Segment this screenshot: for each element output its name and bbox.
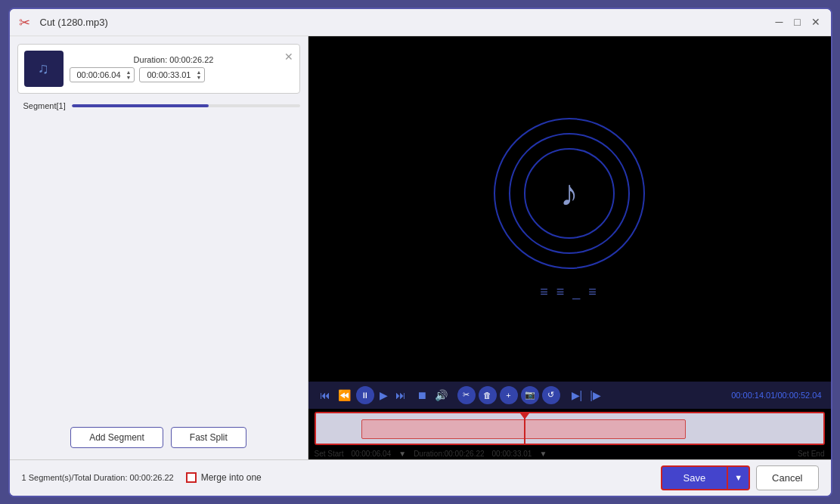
segment-close-button[interactable]: ✕ [284, 51, 293, 63]
segment-times: ▲ ▼ ▲ ▼ [70, 67, 278, 82]
start-time-spinners: ▲ ▼ [126, 70, 132, 80]
minimize-button[interactable]: ─ [773, 16, 786, 28]
music-bars: ≡ ≡ _ ≡ [540, 284, 599, 300]
merge-label: Merge into one [201, 472, 262, 483]
titlebar-buttons: ─ □ ✕ [773, 16, 822, 28]
segment-info: Duration: 00:00:26.22 ▲ ▼ [70, 55, 278, 82]
play-forward-button[interactable]: ▶ [377, 388, 390, 403]
save-dropdown-button[interactable]: ▼ [728, 465, 750, 490]
rotate-button[interactable]: ↺ [542, 386, 560, 404]
time-display: 00:00:14.01/00:00:52.04 [731, 391, 821, 400]
end-time-down[interactable]: ▼ [196, 75, 201, 80]
segment-thumbnail: ♫ [24, 51, 64, 87]
timeline-track [316, 413, 823, 444]
end-dropdown[interactable]: ▼ [539, 450, 547, 458]
pause-button[interactable]: ⏸ [356, 386, 374, 404]
main-content: ♫ Duration: 00:00:26.22 ▲ ▼ [10, 36, 831, 459]
merge-checkbox[interactable] [186, 472, 197, 483]
add-button[interactable]: + [500, 386, 518, 404]
skip-to-start-button[interactable]: ⏮ [318, 388, 333, 403]
titlebar: ✂ Cut (1280.mp3) ─ □ ✕ [10, 9, 831, 36]
skip-to-end-button[interactable]: ⏭ [393, 388, 408, 403]
volume-button[interactable]: 🔊 [432, 388, 450, 403]
timeline-start-value: 00:00:06.04 [351, 450, 391, 458]
app-icon: ✂ [19, 14, 34, 29]
segment-tabs: Segment[1] [17, 100, 300, 112]
music-visual: ♪ ≡ ≡ _ ≡ [494, 118, 645, 300]
timeline-end-value: 00:00:33.01 [492, 450, 532, 458]
fast-split-button[interactable]: Fast Split [171, 427, 246, 448]
footer: 1 Segment(s)/Total Duration: 00:00:26.22… [10, 459, 831, 496]
start-time-up[interactable]: ▲ [126, 70, 132, 75]
footer-buttons: Save ▼ Cancel [661, 465, 819, 490]
window-title: Cut (1280.mp3) [40, 17, 773, 28]
segment-progress-bar [72, 104, 300, 107]
footer-info: 1 Segment(s)/Total Duration: 00:00:26.22 [22, 473, 174, 482]
segment-tab-1[interactable]: Segment[1] [17, 100, 72, 112]
end-time-spinners: ▲ ▼ [196, 70, 201, 80]
controls-bar: ⏮ ⏪ ⏸ ▶ ⏭ ⏹ 🔊 ✂ 🗑 + 📷 ↺ ▶| |▶ 00:00:14.0… [308, 382, 831, 409]
start-time-down[interactable]: ▼ [126, 75, 132, 80]
end-time-up[interactable]: ▲ [196, 70, 201, 75]
play-clip-end-button[interactable]: |▶ [587, 388, 603, 403]
left-panel: ♫ Duration: 00:00:26.22 ▲ ▼ [10, 36, 308, 459]
clip-button[interactable]: ✂ [457, 386, 476, 404]
segment-duration: Duration: 00:00:26.22 [70, 55, 278, 64]
music-note-icon: ♪ [560, 172, 578, 214]
main-window: ✂ Cut (1280.mp3) ─ □ ✕ ♫ Duration: 00:00… [8, 8, 832, 497]
end-time-wrapper: ▲ ▼ [139, 67, 205, 82]
start-time-wrapper: ▲ ▼ [70, 67, 135, 82]
start-dropdown[interactable]: ▼ [398, 450, 406, 458]
start-time-input[interactable] [73, 70, 125, 79]
inner-circle: ♪ [524, 148, 615, 239]
outer-circle: ♪ [494, 118, 645, 269]
set-start-label[interactable]: Set Start [315, 450, 344, 458]
merge-checkbox-area: Merge into one [186, 472, 262, 483]
timeline-marker [524, 413, 525, 444]
set-end-label[interactable]: Set End [798, 450, 825, 458]
segment-list [17, 118, 300, 419]
video-area: ♪ ≡ ≡ _ ≡ [308, 36, 831, 382]
stop-button[interactable]: ⏹ [414, 388, 429, 403]
right-panel: ♪ ≡ ≡ _ ≡ ⏮ ⏪ ⏸ ▶ ⏭ ⏹ 🔊 ✂ 🗑 + [308, 36, 831, 459]
timeline-area[interactable] [315, 412, 825, 445]
timeline-marker-triangle [520, 413, 529, 419]
segment-progress-fill [72, 104, 209, 107]
maximize-button[interactable]: □ [792, 16, 804, 28]
timeline-labels: Set Start 00:00:06.04 ▼ Duration:00:00:2… [308, 448, 831, 459]
timeline-duration-label: Duration:00:00:26.22 [414, 450, 484, 458]
segment-card: ♫ Duration: 00:00:26.22 ▲ ▼ [17, 44, 300, 94]
cancel-button[interactable]: Cancel [756, 465, 818, 490]
end-time-input[interactable] [143, 70, 194, 79]
delete-button[interactable]: 🗑 [479, 386, 497, 404]
close-button[interactable]: ✕ [810, 16, 822, 28]
save-button[interactable]: Save [661, 465, 729, 490]
rewind-button[interactable]: ⏪ [336, 388, 353, 403]
screenshot-button[interactable]: 📷 [521, 386, 539, 404]
segment-action-buttons: Add Segment Fast Split [17, 419, 300, 452]
mid-circle: ♪ [509, 133, 630, 254]
play-clip-start-button[interactable]: ▶| [569, 388, 585, 403]
add-segment-button[interactable]: Add Segment [70, 427, 163, 448]
